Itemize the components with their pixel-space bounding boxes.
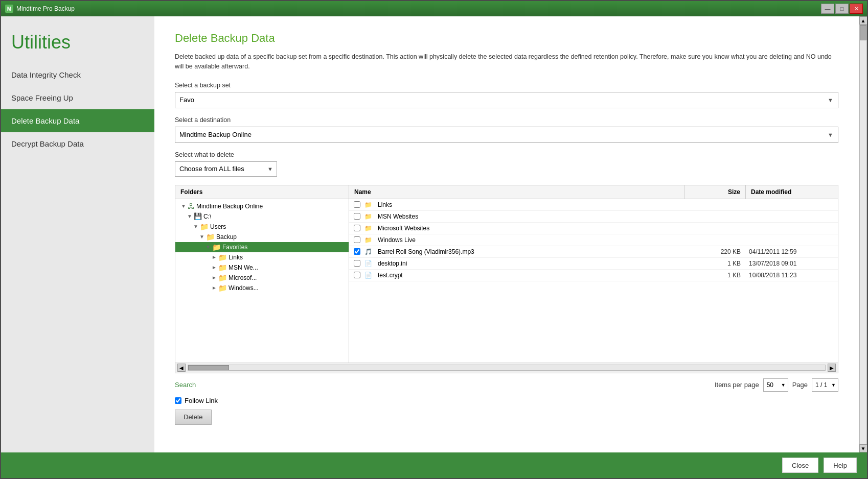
tree-label-backup: Backup <box>216 233 237 241</box>
main-content: Delete Backup Data Delete backed up data… <box>154 16 859 452</box>
tree-item-favorites[interactable]: ▼ 📁 Favorites <box>175 242 349 252</box>
file-name-links: Links <box>375 200 684 209</box>
scroll-left-btn[interactable]: ◀ <box>177 364 186 372</box>
expand-icon-mindtime[interactable]: ▼ <box>179 202 188 210</box>
file-icon-links: 📁 <box>364 201 375 208</box>
folder-icon-microsoft: 📁 <box>218 274 227 282</box>
sidebar-item-space-freeing[interactable]: Space Freeing Up <box>1 86 154 109</box>
tree-item-c[interactable]: ▼ 💾 C:\ <box>175 211 349 222</box>
folder-icon-file-microsoft: 📁 <box>364 225 372 232</box>
file-check-windows-live[interactable] <box>349 236 364 243</box>
backup-set-select[interactable]: Favo <box>175 92 838 108</box>
folder-icon-file-links: 📁 <box>364 201 372 208</box>
page-select-wrapper: 1 / 1 <box>812 378 838 392</box>
maximize-button[interactable]: □ <box>835 4 849 14</box>
checkbox-msn[interactable] <box>354 213 360 220</box>
horizontal-scrollbar[interactable]: ◀ ▶ <box>175 363 838 373</box>
items-per-page-select[interactable]: 50 25 100 <box>763 378 788 392</box>
tree-item-windows[interactable]: ► 📁 Windows... <box>175 283 349 293</box>
file-size-barrel-roll: 220 KB <box>684 248 746 255</box>
minimize-button[interactable]: — <box>821 4 834 14</box>
tree-item-microsoft[interactable]: ► 📁 Microsof... <box>175 273 349 283</box>
tree-label-favorites: Favorites <box>222 244 247 251</box>
tree-item-backup[interactable]: ▼ 📁 Backup <box>175 232 349 242</box>
file-name-microsoft: Microsoft Websites <box>375 224 684 233</box>
tree-item-mindtime[interactable]: ▼ 🖧 Mindtime Backup Online <box>175 201 349 211</box>
sidebar-item-decrypt-backup[interactable]: Decrypt Backup Data <box>1 132 154 155</box>
follow-link-checkbox[interactable] <box>175 397 181 404</box>
file-row-barrel-roll: 🎵 Barrel Roll Song (Vladimir356).mp3 220… <box>349 246 838 258</box>
tree-label-users: Users <box>210 223 226 230</box>
follow-link-row: Follow Link <box>175 397 838 404</box>
delete-button[interactable]: Delete <box>175 410 212 425</box>
tree-label-msn: MSN We... <box>229 264 258 271</box>
file-check-desktop-ini[interactable] <box>349 260 364 267</box>
file-browser-body: ▼ 🖧 Mindtime Backup Online ▼ 💾 C:\ ▼ <box>175 199 838 363</box>
sidebar-item-data-integrity[interactable]: Data Integrity Check <box>1 63 154 86</box>
pagination-area: Items per page 50 25 100 Page 1 / 1 <box>715 378 838 392</box>
expand-icon-msn[interactable]: ► <box>210 264 218 272</box>
tree-label-links: Links <box>229 254 243 261</box>
file-check-msn[interactable] <box>349 213 364 220</box>
checkbox-barrel-roll[interactable] <box>354 248 360 255</box>
what-to-delete-select[interactable]: Choose from ALL files <box>175 161 277 177</box>
close-window-button[interactable]: ✕ <box>850 4 863 14</box>
close-button[interactable]: Close <box>782 458 818 473</box>
sidebar-item-delete-backup[interactable]: Delete Backup Data <box>1 109 154 132</box>
checkbox-test-crypt[interactable] <box>354 272 360 278</box>
file-check-microsoft[interactable] <box>349 225 364 231</box>
file-icon-barrel-roll: 🎵 <box>364 248 375 255</box>
v-scroll-up-btn[interactable]: ▲ <box>859 16 867 25</box>
help-button[interactable]: Help <box>824 458 857 473</box>
page-label: Page <box>792 381 808 389</box>
checkbox-links[interactable] <box>354 201 360 208</box>
tree-item-links[interactable]: ► 📁 Links <box>175 252 349 262</box>
what-to-delete-section: Select what to delete Choose from ALL fi… <box>175 151 838 177</box>
follow-link-label: Follow Link <box>185 397 218 404</box>
file-check-links[interactable] <box>349 201 364 208</box>
destination-section: Select a destination Mindtime Backup Onl… <box>175 116 838 143</box>
expand-icon-c[interactable]: ▼ <box>186 212 194 221</box>
file-icon-test-crypt: 📄 <box>364 272 375 279</box>
vertical-scrollbar[interactable]: ▲ ▼ <box>859 16 867 452</box>
tree-label-c: C:\ <box>203 213 211 220</box>
file-row-test-crypt: 📄 test.crypt 1 KB 10/08/2018 11:23 <box>349 270 838 281</box>
scroll-right-btn[interactable]: ▶ <box>828 364 836 372</box>
scroll-track[interactable] <box>188 365 826 371</box>
file-date-desktop-ini: 13/07/2018 09:01 <box>746 260 838 267</box>
expand-icon-links[interactable]: ► <box>210 253 218 261</box>
file-size-test-crypt: 1 KB <box>684 272 746 279</box>
expand-icon-windows[interactable]: ► <box>210 284 218 292</box>
destination-label: Select a destination <box>175 116 838 124</box>
checkbox-microsoft[interactable] <box>354 225 360 231</box>
v-scroll-thumb[interactable] <box>860 25 866 40</box>
file-browser: Folders Name Size Date modified ▼ 🖧 Mind… <box>175 185 838 373</box>
file-date-barrel-roll: 04/11/2011 12:59 <box>746 248 838 255</box>
network-icon: 🖧 <box>188 202 195 210</box>
expand-icon-users[interactable]: ▼ <box>192 223 200 231</box>
search-link[interactable]: Search <box>175 381 196 389</box>
checkbox-windows-live[interactable] <box>354 236 360 243</box>
file-date-test-crypt: 10/08/2018 11:23 <box>746 272 838 279</box>
titlebar: M Mindtime Pro Backup — □ ✕ <box>1 1 867 16</box>
tree-item-users[interactable]: ▼ 📁 Users <box>175 222 349 232</box>
file-name-barrel-roll: Barrel Roll Song (Vladimir356).mp3 <box>375 247 684 256</box>
file-row-microsoft: 📁 Microsoft Websites <box>349 223 838 234</box>
expand-icon-microsoft[interactable]: ► <box>210 274 218 282</box>
file-check-test-crypt[interactable] <box>349 272 364 278</box>
file-check-barrel-roll[interactable] <box>349 248 364 255</box>
items-per-page-select-wrapper: 50 25 100 <box>763 378 788 392</box>
tree-item-msn[interactable]: ► 📁 MSN We... <box>175 262 349 273</box>
file-icon-windows-live: 📁 <box>364 236 375 244</box>
expand-icon-backup[interactable]: ▼ <box>198 233 206 241</box>
v-scroll-track[interactable] <box>859 25 867 444</box>
page-select[interactable]: 1 / 1 <box>812 378 838 392</box>
expand-icon-favorites[interactable]: ▼ <box>204 243 212 251</box>
v-scroll-down-btn[interactable]: ▼ <box>859 444 867 452</box>
app-title: Mindtime Pro Backup <box>16 5 75 12</box>
destination-select[interactable]: Mindtime Backup Online <box>175 127 838 143</box>
scroll-thumb[interactable] <box>188 365 229 370</box>
checkbox-desktop-ini[interactable] <box>354 260 360 267</box>
file-icon-desktop-ini-icon: 📄 <box>364 260 372 267</box>
tree-label-microsoft: Microsof... <box>229 274 257 281</box>
